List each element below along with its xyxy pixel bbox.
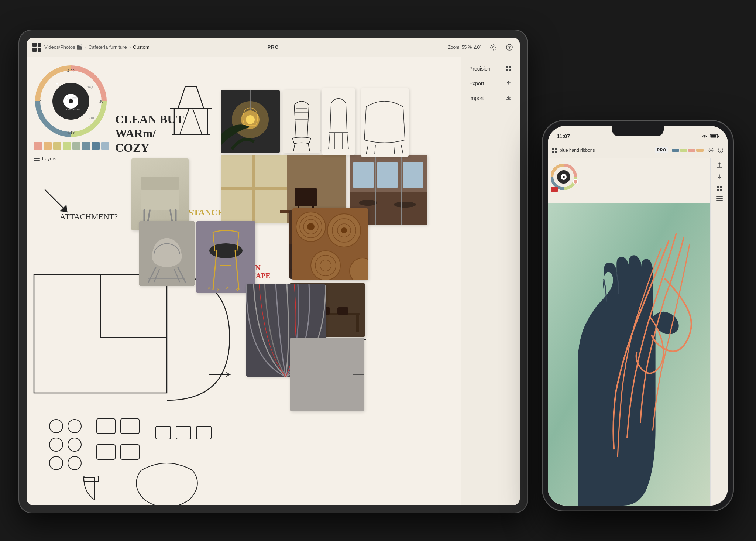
color-swatch-2[interactable] bbox=[53, 142, 61, 150]
photo-chair-outline bbox=[322, 88, 355, 155]
settings-icon[interactable] bbox=[489, 43, 498, 52]
svg-point-114 bbox=[341, 227, 347, 233]
zoom-level: Zoom: 55 % ∠0° bbox=[448, 45, 482, 50]
breadcrumb-cafeteria[interactable]: Cafeteria furniture bbox=[89, 44, 127, 50]
svg-line-82 bbox=[403, 107, 405, 140]
svg-text:4,19: 4,19 bbox=[67, 130, 75, 134]
iphone-grid-icon[interactable] bbox=[717, 186, 722, 191]
iphone-download-icon[interactable] bbox=[716, 174, 723, 181]
svg-rect-4 bbox=[509, 66, 511, 68]
right-sidebar: Precision Export Import bbox=[461, 57, 520, 505]
iphone-mini-wheel[interactable] bbox=[551, 164, 577, 190]
breadcrumb-videos[interactable]: Videos/Photos 🎬 bbox=[44, 44, 82, 50]
svg-line-85 bbox=[375, 145, 375, 154]
svg-rect-23 bbox=[34, 158, 40, 159]
svg-rect-5 bbox=[506, 69, 508, 71]
svg-text:4,19 pts: 4,19 pts bbox=[65, 96, 77, 100]
svg-point-34 bbox=[68, 456, 81, 470]
precision-button[interactable]: Precision bbox=[465, 63, 515, 75]
svg-rect-36 bbox=[121, 419, 139, 434]
help-icon[interactable]: ? bbox=[505, 43, 514, 52]
iphone-upload-icon[interactable] bbox=[716, 162, 723, 169]
apps-icon[interactable] bbox=[32, 43, 41, 52]
breadcrumb: Videos/Photos 🎬 › Cafeteria furniture › … bbox=[44, 44, 150, 50]
photo-wood-circles bbox=[292, 208, 368, 280]
iphone-apps-icon[interactable] bbox=[552, 148, 557, 153]
svg-text:↖: ↖ bbox=[55, 82, 60, 88]
svg-rect-6 bbox=[509, 69, 511, 71]
small-arrow bbox=[207, 371, 233, 378]
ipad-device: Videos/Photos 🎬 › Cafeteria furniture › … bbox=[18, 30, 528, 513]
svg-rect-48 bbox=[141, 177, 179, 190]
ipad-canvas[interactable]: 4,92 4,19 4 30 4,19 pts ↖ ♪ 0% 100% 36,9 bbox=[27, 57, 461, 505]
photo-gray-chair bbox=[131, 158, 189, 230]
color-swatch-7[interactable] bbox=[101, 142, 109, 150]
hand-illustration bbox=[548, 193, 710, 506]
iphone-right-toolbar bbox=[710, 158, 728, 506]
color-swatch-6[interactable] bbox=[92, 142, 100, 150]
svg-text:×: × bbox=[235, 287, 238, 292]
svg-point-71 bbox=[246, 115, 255, 124]
svg-text:30: 30 bbox=[99, 99, 103, 103]
text-stance: STANCE bbox=[188, 208, 224, 218]
svg-line-81 bbox=[364, 107, 366, 140]
color-swatch-3[interactable] bbox=[63, 142, 71, 150]
svg-text:0%: 0% bbox=[66, 108, 71, 111]
wheel-control[interactable]: 4,92 4,19 4 30 4,19 pts ↖ ♪ 0% 100% 36,9 bbox=[34, 64, 108, 138]
svg-point-137 bbox=[710, 150, 712, 151]
svg-rect-51 bbox=[353, 162, 374, 188]
export-button[interactable]: Export bbox=[465, 78, 515, 89]
arrow-sketch bbox=[38, 182, 82, 227]
color-swatch-5[interactable] bbox=[82, 142, 90, 150]
svg-text:?: ? bbox=[508, 45, 511, 49]
ipad-frame: Videos/Photos 🎬 › Cafeteria furniture › … bbox=[18, 30, 528, 513]
svg-line-83 bbox=[366, 145, 368, 154]
iphone-time: 11:07 bbox=[557, 133, 570, 139]
breadcrumb-custom[interactable]: Custom bbox=[133, 44, 150, 50]
svg-rect-122 bbox=[356, 315, 359, 332]
color-swatch-1[interactable] bbox=[44, 142, 52, 150]
svg-point-30 bbox=[68, 420, 81, 433]
svg-text:×: × bbox=[226, 285, 229, 291]
iphone-settings-icon[interactable] bbox=[708, 147, 714, 153]
svg-point-110 bbox=[307, 223, 315, 230]
svg-rect-141 bbox=[716, 198, 723, 199]
color-palette bbox=[34, 142, 109, 150]
iphone-notch bbox=[612, 126, 664, 136]
iphone-layers-icon[interactable] bbox=[716, 196, 723, 201]
iphone-help-icon[interactable]: ? bbox=[718, 147, 724, 153]
iphone-screen: 11:07 bbox=[548, 126, 728, 506]
svg-rect-22 bbox=[34, 157, 40, 157]
iphone-project-name: blue hand ribbons bbox=[560, 148, 653, 153]
svg-point-133 bbox=[704, 138, 705, 139]
canvas-content: 4,92 4,19 4 30 4,19 pts ↖ ♪ 0% 100% 36,9 bbox=[27, 57, 461, 505]
import-button[interactable]: Import bbox=[465, 92, 515, 104]
precision-label: Precision bbox=[469, 66, 491, 72]
ipad-topbar: Videos/Photos 🎬 › Cafeteria furniture › … bbox=[27, 38, 520, 57]
svg-rect-136 bbox=[711, 135, 716, 138]
color-swatch-4[interactable] bbox=[72, 142, 80, 150]
svg-rect-38 bbox=[121, 445, 139, 459]
svg-text:×: × bbox=[207, 285, 210, 291]
svg-rect-125 bbox=[337, 307, 348, 315]
layers-panel[interactable]: Layers bbox=[34, 156, 56, 161]
iphone-pro-badge: PRO bbox=[655, 147, 668, 153]
svg-rect-24 bbox=[34, 160, 40, 161]
iphone-frame: 11:07 bbox=[542, 120, 734, 511]
color-swatch-0[interactable] bbox=[34, 142, 42, 150]
svg-rect-53 bbox=[403, 162, 423, 188]
svg-text:100%: 100% bbox=[73, 108, 80, 111]
iphone-topbar: blue hand ribbons PRO ? bbox=[548, 142, 728, 158]
topbar-right: Zoom: 55 % ∠0° ? bbox=[448, 43, 514, 52]
battery-icon bbox=[710, 134, 719, 138]
svg-line-84 bbox=[401, 145, 403, 154]
svg-rect-142 bbox=[716, 200, 723, 201]
svg-rect-140 bbox=[716, 196, 723, 197]
svg-point-32 bbox=[68, 438, 81, 451]
iphone-canvas[interactable] bbox=[548, 158, 710, 506]
svg-line-86 bbox=[394, 145, 395, 154]
photo-round-stool bbox=[290, 338, 364, 411]
svg-text:2,81: 2,81 bbox=[89, 116, 94, 120]
svg-point-54 bbox=[359, 200, 377, 206]
layers-label: Layers bbox=[42, 156, 56, 161]
